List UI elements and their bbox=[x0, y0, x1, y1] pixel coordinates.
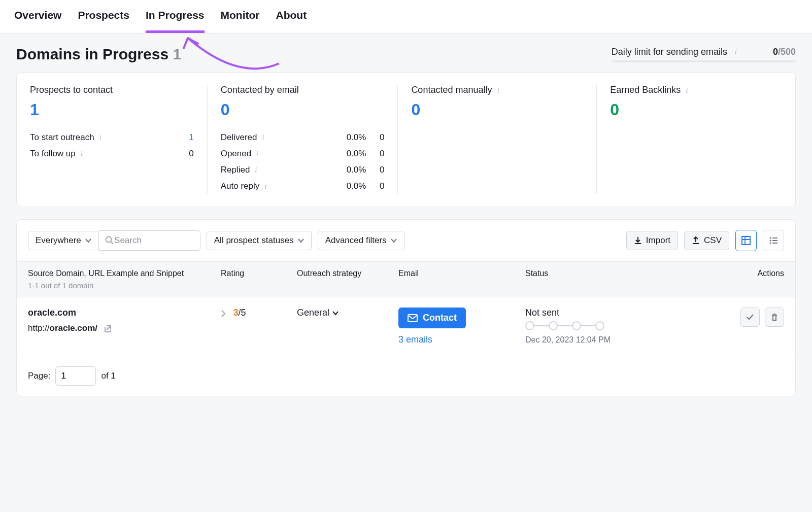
filter-statuses-label: All prospect statuses bbox=[214, 235, 294, 246]
stat-opened-label: Opened bbox=[221, 149, 252, 158]
table-header: Source Domain, URL Example and Snippet 1… bbox=[17, 261, 795, 297]
stat-replied-label: Replied bbox=[221, 165, 250, 175]
table-icon bbox=[741, 236, 751, 245]
upload-icon bbox=[692, 236, 700, 245]
stat-manual-value[interactable]: 0 bbox=[411, 100, 583, 119]
stat-contacted-value[interactable]: 0 bbox=[221, 100, 385, 119]
info-icon[interactable]: i bbox=[78, 150, 86, 158]
row-status-date: Dec 20, 2023 12:04 PM bbox=[525, 334, 637, 346]
row-domain[interactable]: oracle.com bbox=[28, 308, 221, 318]
stat-follow-up-label: To follow up bbox=[30, 149, 76, 158]
csv-button[interactable]: CSV bbox=[684, 231, 729, 250]
table-panel: Everywhere All prospect statuses Advance… bbox=[16, 219, 796, 396]
download-icon bbox=[634, 236, 642, 245]
svg-point-7 bbox=[770, 240, 771, 242]
tab-in-progress[interactable]: In Progress bbox=[146, 9, 205, 33]
mark-done-button[interactable] bbox=[740, 308, 760, 327]
stat-autoreply-pct: 0.0% bbox=[335, 181, 366, 191]
trash-icon bbox=[770, 313, 779, 321]
external-link-icon[interactable] bbox=[103, 325, 111, 333]
chevron-down-icon bbox=[298, 237, 304, 244]
row-url-prefix: http:// bbox=[28, 323, 50, 333]
view-table-button[interactable] bbox=[735, 230, 757, 251]
th-actions: Actions bbox=[637, 269, 784, 290]
emails-link[interactable]: 3 emails bbox=[398, 334, 525, 345]
list-icon bbox=[769, 236, 778, 245]
svg-point-9 bbox=[770, 243, 771, 244]
csv-label: CSV bbox=[704, 235, 722, 246]
row-url[interactable]: http://oracle.com/ bbox=[28, 323, 221, 333]
th-status: Status bbox=[525, 269, 637, 290]
chevron-down-icon bbox=[85, 237, 91, 244]
stat-opened-pct: 0.0% bbox=[335, 149, 366, 159]
stat-manual: Contacted manuallyi 0 bbox=[398, 85, 597, 194]
page-input[interactable] bbox=[55, 366, 96, 386]
info-icon[interactable]: i bbox=[494, 86, 502, 94]
filter-statuses[interactable]: All prospect statuses bbox=[207, 231, 312, 250]
tab-about[interactable]: About bbox=[276, 9, 307, 33]
filter-advanced-label: Advanced filters bbox=[325, 235, 387, 246]
th-rating: Rating bbox=[221, 269, 297, 290]
th-strategy: Outreach strategy bbox=[297, 269, 398, 290]
stat-to-start-value[interactable]: 1 bbox=[176, 132, 194, 143]
daily-limit-max: /500 bbox=[778, 47, 796, 57]
status-steps bbox=[525, 321, 637, 330]
row-status-label: Not sent bbox=[525, 308, 637, 318]
stat-contacted-title: Contacted by email bbox=[221, 85, 385, 95]
th-subcount: 1-1 out of 1 domain bbox=[28, 281, 221, 290]
stat-to-start-label: To start outreach bbox=[30, 132, 94, 142]
info-icon[interactable]: i bbox=[259, 134, 267, 142]
row-url-bold: oracle.com/ bbox=[50, 323, 98, 333]
page-title-count: 1 bbox=[173, 46, 181, 62]
stat-earned-value[interactable]: 0 bbox=[610, 100, 782, 119]
check-icon bbox=[746, 313, 754, 321]
import-button[interactable]: Import bbox=[626, 231, 678, 250]
import-label: Import bbox=[646, 235, 670, 246]
stat-contacted: Contacted by email 0 Deliveredi 0.0% 0 O… bbox=[208, 85, 398, 194]
stat-delivered-val: 0 bbox=[366, 132, 384, 143]
search-input-wrap[interactable] bbox=[99, 230, 200, 251]
page-title: Domains in Progress 1 bbox=[16, 46, 181, 63]
stats-panel: Prospects to contact 1 To start outreach… bbox=[16, 72, 796, 207]
daily-limit: Daily limit for sending emails i 0/500 bbox=[612, 47, 796, 62]
info-icon[interactable]: i bbox=[683, 86, 691, 94]
chevron-down-icon bbox=[391, 237, 397, 244]
contact-label: Contact bbox=[423, 313, 457, 323]
row-strategy-label: General bbox=[297, 308, 329, 318]
stat-replied-val: 0 bbox=[366, 165, 384, 175]
stat-autoreply-val: 0 bbox=[366, 181, 384, 191]
daily-limit-label: Daily limit for sending emails bbox=[612, 47, 727, 57]
row-rating-num: 3 bbox=[233, 308, 238, 318]
svg-point-0 bbox=[106, 237, 111, 243]
tab-overview[interactable]: Overview bbox=[14, 9, 61, 33]
pagination-label: Page: bbox=[28, 371, 50, 381]
svg-point-5 bbox=[770, 237, 771, 239]
info-icon[interactable]: i bbox=[96, 134, 105, 142]
chevron-down-icon bbox=[332, 310, 339, 316]
pagination: Page: of 1 bbox=[17, 356, 795, 396]
info-icon[interactable]: i bbox=[253, 150, 261, 158]
delete-button[interactable] bbox=[765, 308, 784, 327]
stat-autoreply-label: Auto reply bbox=[221, 181, 260, 191]
th-source: Source Domain, URL Example and Snippet bbox=[28, 269, 221, 278]
stat-earned: Earned Backlinksi 0 bbox=[597, 85, 795, 194]
filter-everywhere[interactable]: Everywhere bbox=[28, 231, 99, 250]
view-list-button[interactable] bbox=[763, 230, 784, 251]
stat-replied-pct: 0.0% bbox=[335, 165, 366, 175]
filter-advanced[interactable]: Advanced filters bbox=[318, 231, 404, 250]
contact-button[interactable]: Contact bbox=[398, 308, 466, 328]
info-icon[interactable]: i bbox=[252, 166, 260, 175]
tab-prospects[interactable]: Prospects bbox=[78, 9, 129, 33]
svg-rect-2 bbox=[742, 236, 750, 245]
row-strategy[interactable]: General bbox=[297, 308, 339, 318]
stat-earned-title: Earned Backlinks bbox=[610, 85, 681, 95]
info-icon[interactable]: i bbox=[261, 183, 269, 191]
row-rating-max: /5 bbox=[238, 308, 246, 318]
search-input[interactable] bbox=[113, 235, 194, 246]
chevron-right-icon[interactable] bbox=[221, 309, 228, 317]
info-icon[interactable]: i bbox=[732, 48, 740, 56]
tab-monitor[interactable]: Monitor bbox=[221, 9, 260, 33]
nav-tabs: Overview Prospects In Progress Monitor A… bbox=[0, 0, 812, 33]
stat-prospects-value[interactable]: 1 bbox=[30, 100, 194, 119]
mail-icon bbox=[408, 314, 418, 322]
